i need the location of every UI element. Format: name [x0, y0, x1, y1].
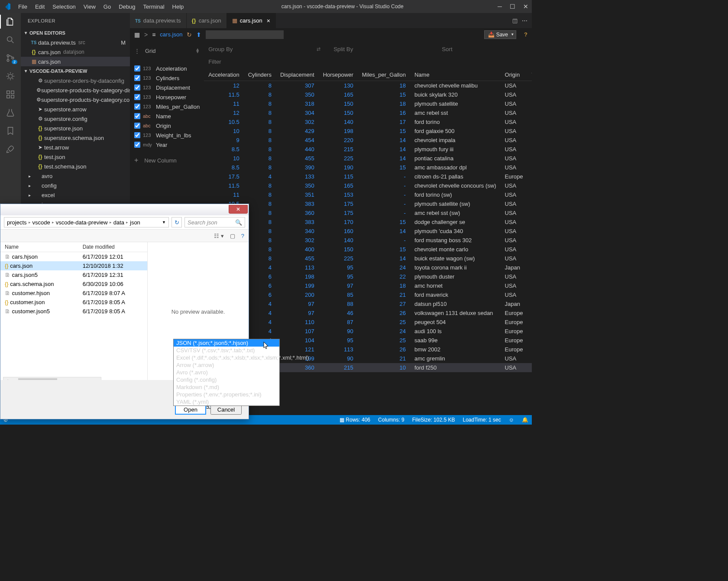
- table-row[interactable]: 12830713018chevrolet chevelle malibuUSA3…: [204, 81, 532, 91]
- column-checkbox[interactable]: [134, 94, 140, 100]
- table-row[interactable]: 11.58350165-chevrolet chevelle concours …: [204, 181, 532, 190]
- filter-option[interactable]: JSON (*.json;*.json5;*.hjson): [174, 339, 279, 347]
- table-row[interactable]: 11831815018plymouth satelliteUSA3,4361/1…: [204, 99, 532, 108]
- table-row[interactable]: 1541139524toyota corona mark iiJapan2,37…: [204, 263, 532, 272]
- bookmark-icon[interactable]: [5, 126, 16, 136]
- column-checkbox[interactable]: [134, 142, 140, 148]
- file-row[interactable]: 🗎 customer.json56/17/2019 8:05 A: [0, 307, 147, 316]
- column-toggle-Miles_per_Gallon[interactable]: 123Miles_per_Gallon: [134, 102, 200, 111]
- filter-option[interactable]: YAML (*.yml): [174, 398, 279, 406]
- tab-cars-json[interactable]: {}cars.json: [187, 13, 227, 28]
- table-row[interactable]: 8.5844021514plymouth fury iiiUSA4,3121/1…: [204, 145, 532, 154]
- breadcrumb-segment[interactable]: vscode-data-preview: [56, 219, 108, 226]
- source-control-icon[interactable]: 2: [5, 53, 16, 63]
- save-dropdown[interactable]: 📥 Save: [484, 30, 516, 39]
- view-dropdown[interactable]: Grid: [145, 48, 156, 54]
- preview-pane-icon[interactable]: ▢: [230, 233, 235, 239]
- column-toggle-Year[interactable]: mdyYear: [134, 140, 200, 149]
- column-checkbox[interactable]: [134, 104, 140, 110]
- upload-icon[interactable]: ⬆: [196, 31, 201, 38]
- breadcrumb-segment[interactable]: json: [130, 219, 140, 226]
- table-row[interactable]: 14.54978827datsun pl510Japan2,1301/1/1: [204, 299, 532, 308]
- feedback-icon[interactable]: ☺: [509, 417, 514, 423]
- table-row[interactable]: 10845522514buick estate wagon (sw)USA3,0…: [204, 254, 532, 263]
- menu-go[interactable]: Go: [100, 2, 114, 12]
- tree-item[interactable]: ➤test.arrow: [21, 143, 130, 152]
- file-row[interactable]: {} cars.schema.json6/30/2019 10:06: [0, 279, 147, 289]
- table-row[interactable]: 20.54974626volkswagen 1131 deluxe sedanE…: [204, 308, 532, 318]
- close-tab-icon[interactable]: ×: [267, 17, 270, 24]
- open-editor-item[interactable]: {}cars.jsondata\json: [21, 47, 130, 57]
- table-row[interactable]: 17.541108725peugeot 504Europe2,6721/1/1: [204, 318, 532, 327]
- tree-item[interactable]: {}superstore.schema.json: [21, 133, 130, 143]
- file-row[interactable]: {} customer.json6/17/2019 8:05 A: [0, 298, 147, 307]
- tree-item[interactable]: ⚙superstore-products-by-category-disc...: [21, 85, 130, 95]
- table-row[interactable]: 10838317015dodge challenger seUSA3,5631/…: [204, 217, 532, 227]
- file-type-dropdown[interactable]: JSON (*.json;*.json5;*.hjson)CSV/TSV (*.…: [173, 339, 280, 406]
- debug-icon[interactable]: [5, 71, 16, 81]
- search-icon[interactable]: [5, 35, 16, 45]
- table-row[interactable]: 118351153-ford torino (sw)USA4,0341/1/1: [204, 190, 532, 199]
- table-row[interactable]: 10.58383175-plymouth satellite (sw)USA4,…: [204, 199, 532, 208]
- help-icon[interactable]: ?: [241, 233, 244, 239]
- breadcrumb[interactable]: projects▸vscode▸vscode-data-preview▸data…: [4, 217, 169, 227]
- column-checkbox[interactable]: [134, 65, 140, 71]
- refresh-icon[interactable]: ↻: [187, 31, 192, 38]
- column-toggle-Acceleration[interactable]: 123Acceleration: [134, 64, 200, 73]
- project-section[interactable]: ▸ VSCODE-DATA-PREVIEW: [21, 66, 130, 76]
- toolbar-input[interactable]: [206, 30, 284, 39]
- table-row[interactable]: 14.541079024audi 100 lsEurope2,4301/1/1: [204, 327, 532, 336]
- splitby-input[interactable]: [333, 44, 429, 54]
- filter-option[interactable]: Avro (*.avro): [174, 369, 279, 376]
- help-icon[interactable]: ?: [524, 31, 527, 38]
- column-checkbox[interactable]: [134, 132, 140, 138]
- column-checkbox[interactable]: [134, 75, 140, 81]
- tree-item[interactable]: {}test.json: [21, 152, 130, 162]
- more-icon[interactable]: ⋯: [522, 17, 527, 24]
- tree-item[interactable]: ⚙superstore-products-by-category.config: [21, 95, 130, 104]
- menu-debug[interactable]: Debug: [115, 2, 139, 12]
- test-icon[interactable]: [5, 107, 16, 118]
- filter-option[interactable]: Excel (*.dif;*.ods;*.xls;*.xlsb;*.xlsx;*…: [174, 354, 279, 361]
- breadcrumb-segment[interactable]: data: [113, 219, 124, 226]
- filter-option[interactable]: CSV/TSV (*.csv;*.tsv;*.tab;*.txt): [174, 347, 279, 354]
- file-row[interactable]: 🗎 customer.hjson6/17/2019 8:07 A: [0, 289, 147, 298]
- tree-item[interactable]: ▸avro: [21, 171, 130, 181]
- column-toggle-Weight_in_lbs[interactable]: 123Weight_in_lbs: [134, 130, 200, 140]
- table-row[interactable]: 88302140-ford mustang boss 302USA3,3531/…: [204, 236, 532, 245]
- view-mode-icon[interactable]: ☷ ▾: [214, 233, 224, 239]
- filter-option[interactable]: Markdown (*.md): [174, 383, 279, 391]
- tree-item[interactable]: ▸excel: [21, 190, 130, 200]
- close-button[interactable]: ✕: [523, 3, 528, 10]
- table-row[interactable]: 11.5835016515buick skylark 320USA3,6931/…: [204, 90, 532, 99]
- open-editor-item[interactable]: TSdata.preview.tssrcM: [21, 38, 130, 47]
- tree-item[interactable]: ⚙superstore.config: [21, 114, 130, 123]
- open-editor-item[interactable]: ▦cars.json: [21, 57, 130, 66]
- table-row[interactable]: 10.5830214017ford torinoUSA3,4491/1/1: [204, 117, 532, 127]
- column-checkbox[interactable]: [134, 113, 140, 119]
- swap-icon[interactable]: ⇄: [317, 46, 320, 52]
- column-checkbox[interactable]: [134, 84, 140, 91]
- menu-edit[interactable]: Edit: [32, 2, 48, 12]
- extensions-icon[interactable]: [5, 89, 16, 100]
- column-toggle-Origin[interactable]: abcOrigin: [134, 121, 200, 130]
- filter-input[interactable]: [208, 57, 295, 66]
- tab-data-preview-ts[interactable]: TSdata.preview.ts: [130, 13, 187, 28]
- tab-cars-json[interactable]: ▦cars.json×: [227, 13, 276, 28]
- file-list[interactable]: NameDate modified🗎 cars.hjson6/17/2019 1…: [0, 242, 148, 381]
- bell-icon[interactable]: 🔔: [522, 417, 528, 423]
- menu-help[interactable]: Help: [169, 2, 188, 12]
- sort-arrows-icon[interactable]: ▲▼: [195, 48, 200, 53]
- sort-input[interactable]: [442, 44, 532, 54]
- new-column-button[interactable]: + New Column: [134, 156, 200, 164]
- drag-handle-icon[interactable]: ⋮: [134, 48, 140, 54]
- table-row[interactable]: 10842919815ford galaxie 500USA4,3411/1/1: [204, 127, 532, 136]
- menu-view[interactable]: View: [80, 2, 99, 12]
- file-row[interactable]: 🗎 cars.hjson6/17/2019 12:01: [0, 252, 147, 262]
- tree-item[interactable]: ➤superstore.arrow: [21, 104, 130, 114]
- maximize-button[interactable]: ☐: [510, 3, 515, 10]
- open-editors-section[interactable]: ▸ OPEN EDITORS: [21, 28, 130, 38]
- table-row[interactable]: 8834016014plymouth 'cuda 340USA3,6091/1/…: [204, 227, 532, 236]
- menu-selection[interactable]: Selection: [49, 2, 79, 12]
- groupby-input[interactable]: [208, 44, 304, 54]
